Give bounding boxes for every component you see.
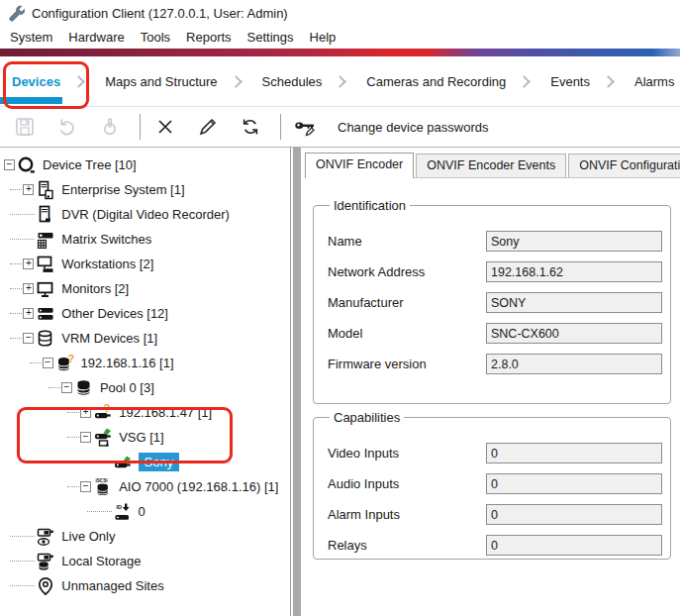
group-title: Identification (330, 198, 410, 213)
tree-item-monitors-2[interactable]: +Monitors [2] (0, 276, 290, 301)
alarm-inputs-field[interactable] (486, 504, 662, 525)
expand-toggle[interactable]: + (23, 184, 34, 195)
edit-button[interactable] (193, 114, 223, 140)
panel-tab-onvif-encoder[interactable]: ONVIF Encoder (305, 153, 414, 178)
audio-inputs-field[interactable] (486, 473, 662, 494)
tree-item-192-168-1-16-1[interactable]: −?192.168.1.16 [1] (0, 351, 290, 375)
group-identification: IdentificationNameNetwork AddressManufac… (313, 198, 671, 404)
collapse-toggle[interactable]: − (61, 382, 72, 393)
tree-item-label: 192.168.1.47 [1] (119, 405, 212, 420)
svg-text:?: ? (67, 354, 74, 364)
live-only-icon (36, 527, 56, 547)
firmware-version-field[interactable] (486, 354, 662, 374)
expand-toggle[interactable]: + (23, 283, 34, 294)
name-field[interactable] (486, 231, 662, 252)
tree-item-sony[interactable]: Sony (0, 450, 290, 474)
tab-cameras-and-recording[interactable]: Cameras and Recording (366, 74, 506, 89)
manufacturer-field[interactable] (486, 292, 662, 313)
menu-system[interactable]: System (2, 28, 60, 47)
tree-item-enterprise-system-1[interactable]: +Enterprise System [1] (0, 177, 290, 202)
tree-connector (49, 387, 60, 388)
panel-groups: IdentificationNameNetwork AddressManufac… (302, 198, 680, 560)
collapse-toggle[interactable]: − (23, 333, 34, 344)
collapse-toggle[interactable]: − (80, 481, 91, 492)
panel-tab-onvif-configuration[interactable]: ONVIF Configuration (568, 154, 680, 177)
encoder-unknown-icon: ? (93, 403, 114, 423)
field-label: Model (328, 326, 486, 341)
tree-item-dvr-digital-video-recorder[interactable]: DVR (Digital Video Recorder) (0, 202, 290, 227)
network-address-field[interactable] (486, 261, 662, 282)
tree-item-label: Other Devices [12] (61, 306, 168, 321)
tab-events[interactable]: Events (550, 74, 590, 89)
undo-button (52, 114, 82, 140)
tree-item-workstations-2[interactable]: +Workstations [2] (0, 252, 290, 276)
matrix-switches-icon (36, 230, 56, 250)
collapse-toggle[interactable]: − (4, 159, 15, 170)
field-label: Network Address (328, 264, 486, 279)
field-row-audio-inputs: Audio Inputs (328, 473, 670, 494)
tree-item-local-storage[interactable]: Local Storage (0, 549, 290, 573)
workstation-icon (36, 255, 56, 274)
tree-item-unmanaged-sites[interactable]: Unmanaged Sites (0, 573, 290, 598)
panel-tab-onvif-encoder-events[interactable]: ONVIF Encoder Events (416, 154, 566, 177)
group-capabilities: CapabilitiesVideo InputsAudio InputsAlar… (313, 410, 671, 560)
expand-toggle[interactable]: + (80, 407, 91, 418)
tree-connector (10, 561, 35, 562)
tree-connector (10, 239, 35, 240)
tree-item-label: Sony (139, 453, 180, 471)
menu-reports[interactable]: Reports (178, 28, 240, 47)
video-inputs-field[interactable] (486, 443, 662, 463)
model-field[interactable] (486, 323, 662, 344)
tab-alarms[interactable]: Alarms (634, 74, 674, 89)
tree-connector (10, 214, 35, 215)
field-row-name: Name (328, 231, 670, 252)
tree-item-pool-0-3[interactable]: −Pool 0 [3] (0, 375, 290, 400)
undo-icon (56, 116, 78, 138)
tree-item-other-devices-12[interactable]: +Other Devices [12] (0, 301, 290, 326)
chevron-right-icon (334, 75, 346, 88)
pencil-icon (197, 116, 219, 138)
expand-toggle[interactable]: + (23, 308, 34, 319)
splitter[interactable] (293, 148, 301, 616)
tree-connector (10, 313, 22, 314)
relays-field[interactable] (486, 535, 662, 556)
svg-text:?: ? (104, 403, 111, 414)
tree-item-device-tree-10[interactable]: −Device Tree [10] (0, 153, 290, 177)
tree-item-label: Device Tree [10] (43, 157, 137, 172)
save-icon (14, 116, 36, 138)
tab-devices[interactable]: Devices (12, 74, 60, 89)
tree-item-live-only[interactable]: Live Only (0, 524, 290, 549)
refresh-button[interactable] (236, 114, 265, 140)
tree-item-matrix-switches[interactable]: Matrix Switches (0, 227, 290, 252)
field-row-alarm-inputs: Alarm Inputs (328, 504, 670, 525)
tab-maps-and-structure[interactable]: Maps and Structure (105, 74, 217, 89)
expand-toggle[interactable]: + (23, 258, 34, 269)
toolbar-separator (140, 114, 141, 140)
chevron-right-icon (602, 75, 615, 88)
tree-connector (67, 486, 79, 487)
tab-schedules[interactable]: Schedules (262, 74, 323, 89)
field-row-network-address: Network Address (328, 261, 670, 282)
change-device-passwords-button[interactable] (291, 114, 321, 140)
change-device-passwords-label[interactable]: Change device passwords (338, 120, 488, 135)
delete-button[interactable] (150, 114, 180, 140)
collapse-toggle[interactable]: − (43, 358, 53, 368)
tree-item-vrm-devices-1[interactable]: −VRM Devices [1] (0, 326, 290, 351)
tree-item-vsg-1[interactable]: −VSG [1] (0, 425, 290, 450)
collapse-toggle[interactable]: − (80, 432, 91, 443)
tree-item-label: Enterprise System [1] (61, 182, 184, 197)
vrm-unknown-icon: ? (55, 354, 76, 373)
menu-settings[interactable]: Settings (240, 28, 302, 47)
tree-item-192-168-1-47-1[interactable]: +?192.168.1.47 [1] (0, 400, 290, 425)
window-title: Configuration Client (127.0.0.1, User: A… (32, 6, 288, 21)
menu-help[interactable]: Help (302, 28, 344, 47)
tree-item-0[interactable]: ID0 (0, 499, 290, 524)
tree-item-aio-7000-192-168-1-16-1[interactable]: −iSCSIAIO 7000 (192.168.1.16) [1] (0, 474, 290, 499)
tree-item-label: Monitors [2] (61, 281, 129, 296)
menu-tools[interactable]: Tools (133, 28, 178, 47)
chevron-right-icon (518, 75, 531, 88)
menu-hardware[interactable]: Hardware (60, 28, 132, 47)
chevron-right-icon (230, 75, 243, 88)
chevron-right-icon (72, 75, 85, 88)
tree-item-label: Unmanaged Sites (61, 578, 163, 593)
